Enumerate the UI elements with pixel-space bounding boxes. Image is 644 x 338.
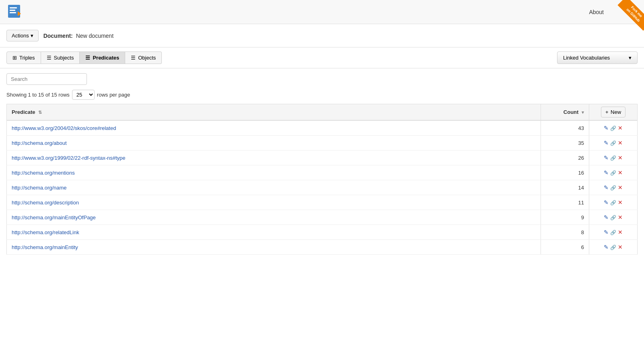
action-cell: ✎🔗✕ [589,240,638,255]
action-cell: ✎🔗✕ [589,225,638,240]
edit-icon[interactable]: ✎ [604,214,609,221]
action-cell: ✎🔗✕ [589,165,638,180]
app-header: About Fork meon GitHub [0,0,644,24]
link-icon[interactable]: 🔗 [610,245,616,250]
chevron-down-icon: ▾ [629,55,632,61]
showing-text: Showing 1 to 15 of 15 rows [6,92,70,98]
tab-subjects[interactable]: ☰ Subjects [41,52,80,64]
link-icon[interactable]: 🔗 [610,170,616,176]
count-cell: 11 [541,195,589,210]
sort-down-icon: ▾ [582,110,584,115]
document-label: Document: New document [43,33,114,39]
svg-rect-2 [10,10,15,11]
predicates-table-container: Predicate ⇅ Count ▾ + New http://www.w3.… [0,104,644,255]
table-row: http://schema.org/about35✎🔗✕ [7,136,638,150]
link-icon[interactable]: 🔗 [610,185,616,191]
delete-icon[interactable]: ✕ [618,199,623,206]
count-cell: 8 [541,225,589,240]
edit-icon[interactable]: ✎ [604,155,609,161]
count-cell: 14 [541,180,589,195]
predicate-link[interactable]: http://schema.org/name [12,185,67,191]
action-cell: ✎🔗✕ [589,136,638,150]
predicate-cell: http://schema.org/name [7,180,541,195]
edit-icon[interactable]: ✎ [604,140,609,146]
predicate-link[interactable]: http://schema.org/mentions [12,170,75,176]
search-area [0,68,644,87]
edit-icon[interactable]: ✎ [604,169,609,176]
table-row: http://schema.org/description11✎🔗✕ [7,195,638,210]
predicate-link[interactable]: http://schema.org/mainEntityOfPage [12,214,96,221]
action-cell: ✎🔗✕ [589,150,638,165]
predicate-link[interactable]: http://schema.org/description [12,200,79,206]
grid-icon: ⊞ [12,55,17,61]
about-link[interactable]: About [589,9,604,15]
predicate-link[interactable]: http://www.w3.org/1999/02/22-rdf-syntax-… [12,155,126,161]
svg-rect-0 [8,5,20,18]
predicate-link[interactable]: http://schema.org/relatedLink [12,229,79,235]
count-cell: 26 [541,150,589,165]
predicate-cell: http://schema.org/mentions [7,165,541,180]
edit-icon[interactable]: ✎ [604,199,609,206]
pagination-info: Showing 1 to 15 of 15 rows 25 10 50 100 … [0,87,644,104]
linked-vocabularies-button[interactable]: Linked Vocabularies ▾ [557,52,638,64]
delete-icon[interactable]: ✕ [618,214,623,221]
action-cell: ✎🔗✕ [589,180,638,195]
action-cell: ✎🔗✕ [589,210,638,225]
new-col-header: + New [589,104,638,121]
predicate-cell: http://schema.org/about [7,136,541,150]
link-icon[interactable]: 🔗 [610,230,616,235]
predicate-link[interactable]: http://www.w3.org/2004/02/skos/core#rela… [12,125,116,131]
sort-icon: ⇅ [38,110,42,115]
edit-icon[interactable]: ✎ [604,184,609,191]
predicate-col-header[interactable]: Predicate ⇅ [7,104,541,121]
predicate-cell: http://www.w3.org/2004/02/skos/core#rela… [7,120,541,136]
link-icon[interactable]: 🔗 [610,200,616,206]
delete-icon[interactable]: ✕ [618,169,623,176]
count-col-header[interactable]: Count ▾ [541,104,589,121]
predicate-link[interactable]: http://schema.org/about [12,140,67,146]
delete-icon[interactable]: ✕ [618,244,623,250]
delete-icon[interactable]: ✕ [618,184,623,191]
edit-icon[interactable]: ✎ [604,229,609,235]
table-row: http://schema.org/relatedLink8✎🔗✕ [7,225,638,240]
link-icon[interactable]: 🔗 [610,215,616,221]
delete-icon[interactable]: ✕ [618,125,623,131]
new-button[interactable]: + New [601,107,625,117]
chevron-down-icon: ▾ [31,33,33,39]
action-cell: ✎🔗✕ [589,120,638,136]
delete-icon[interactable]: ✕ [618,229,623,235]
count-cell: 9 [541,210,589,225]
tab-predicates[interactable]: ☰ Predicates [80,52,125,64]
table-row: http://schema.org/mentions16✎🔗✕ [7,165,638,180]
link-icon[interactable]: 🔗 [610,155,616,161]
list-icon: ☰ [85,55,90,61]
plus-icon: + [605,109,609,115]
predicate-link[interactable]: http://schema.org/mainEntity [12,244,78,250]
toolbar: Actions ▾ Document: New document [0,24,644,47]
delete-icon[interactable]: ✕ [618,155,623,161]
count-cell: 6 [541,240,589,255]
predicate-cell: http://schema.org/mainEntityOfPage [7,210,541,225]
predicate-cell: http://schema.org/description [7,195,541,210]
search-input[interactable] [6,73,87,85]
link-icon[interactable]: 🔗 [610,140,616,146]
count-cell: 43 [541,120,589,136]
action-cell: ✎🔗✕ [589,195,638,210]
link-icon[interactable]: 🔗 [610,126,616,131]
edit-icon[interactable]: ✎ [604,244,609,250]
svg-rect-1 [10,7,17,8]
per-page-select[interactable]: 25 10 50 100 [72,90,95,100]
actions-button[interactable]: Actions ▾ [6,30,39,41]
count-cell: 35 [541,136,589,150]
table-row: http://schema.org/mainEntity6✎🔗✕ [7,240,638,255]
table-row: http://www.w3.org/1999/02/22-rdf-syntax-… [7,150,638,165]
predicate-cell: http://www.w3.org/1999/02/22-rdf-syntax-… [7,150,541,165]
delete-icon[interactable]: ✕ [618,140,623,146]
tab-triples[interactable]: ⊞ Triples [6,52,41,64]
edit-icon[interactable]: ✎ [604,125,609,131]
svg-rect-3 [10,12,16,13]
table-row: http://schema.org/name14✎🔗✕ [7,180,638,195]
count-cell: 16 [541,165,589,180]
tab-objects[interactable]: ☰ Objects [125,52,162,64]
predicates-table: Predicate ⇅ Count ▾ + New http://www.w3.… [6,104,638,255]
